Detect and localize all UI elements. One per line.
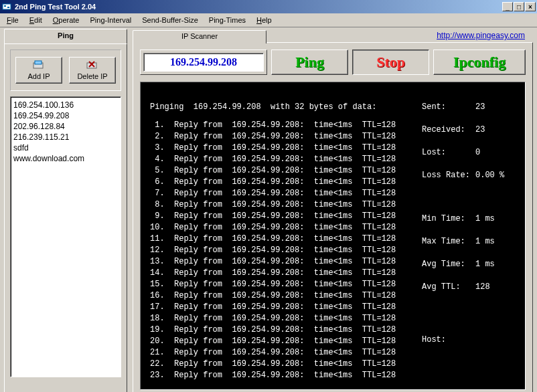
svg-rect-4 <box>35 61 42 64</box>
menu-edit[interactable]: Edit <box>24 15 48 25</box>
maximize-button[interactable]: □ <box>514 2 524 11</box>
list-item[interactable]: 169.254.99.208 <box>13 110 118 121</box>
menu-ping-interval[interactable]: Ping-Interval <box>84 15 137 25</box>
list-item[interactable]: 216.239.115.21 <box>13 132 118 142</box>
stats-panel: Sent:23 Received:23 Lost:0 Loss Rate:0.0… <box>422 90 516 381</box>
add-ip-button[interactable]: Add IP <box>15 57 62 84</box>
ip-input-frame <box>140 50 267 75</box>
menu-operate[interactable]: Operate <box>48 15 85 25</box>
svg-rect-0 <box>3 4 11 9</box>
menu-send-buffer-size[interactable]: Send-Buffer-Size <box>137 15 204 25</box>
delete-ip-icon <box>86 60 98 71</box>
tab-ip-scanner[interactable]: IP Scanner <box>133 30 266 43</box>
add-ip-label: Add IP <box>27 72 50 80</box>
menu-file[interactable]: File <box>1 15 24 25</box>
app-icon <box>1 1 12 12</box>
minimize-button[interactable]: _ <box>502 2 513 11</box>
ip-listbox[interactable]: 169.254.100.136169.254.99.208202.96.128.… <box>10 96 121 377</box>
tab-ping[interactable]: Ping <box>4 29 127 43</box>
list-item[interactable]: 202.96.128.84 <box>13 121 118 132</box>
delete-ip-button[interactable]: Delete IP <box>69 57 116 84</box>
delete-ip-label: Delete IP <box>77 72 107 80</box>
window-title: 2nd Ping Test Tool 2.04 <box>15 3 502 11</box>
ip-toolbar: Add IP Delete IP <box>10 50 121 91</box>
menu-ping-times[interactable]: Ping-Times <box>204 15 251 25</box>
ipconfig-button[interactable]: Ipconfig <box>433 50 526 75</box>
ping-button[interactable]: Ping <box>271 50 348 75</box>
list-item[interactable]: www.download.com <box>13 153 118 164</box>
list-item[interactable]: 169.254.100.136 <box>13 100 118 110</box>
menu-bar: File Edit Operate Ping-Interval Send-Buf… <box>0 13 537 27</box>
console-output: Pinging 169.254.99.208 with 32 bytes of … <box>140 82 526 390</box>
svg-rect-2 <box>7 7 9 8</box>
title-bar: 2nd Ping Test Tool 2.04 _ □ × <box>0 0 537 13</box>
list-item[interactable]: sdfd <box>13 142 118 153</box>
website-link[interactable]: http://www.pingeasy.com <box>437 31 525 40</box>
menu-help[interactable]: Help <box>251 15 277 25</box>
console-header: Pinging 169.254.99.208 with 32 bytes of … <box>150 102 422 113</box>
add-ip-icon <box>33 60 45 71</box>
stop-button[interactable]: Stop <box>352 50 429 75</box>
svg-rect-1 <box>4 5 6 7</box>
close-button[interactable]: × <box>525 2 536 11</box>
ip-input[interactable] <box>143 53 264 72</box>
